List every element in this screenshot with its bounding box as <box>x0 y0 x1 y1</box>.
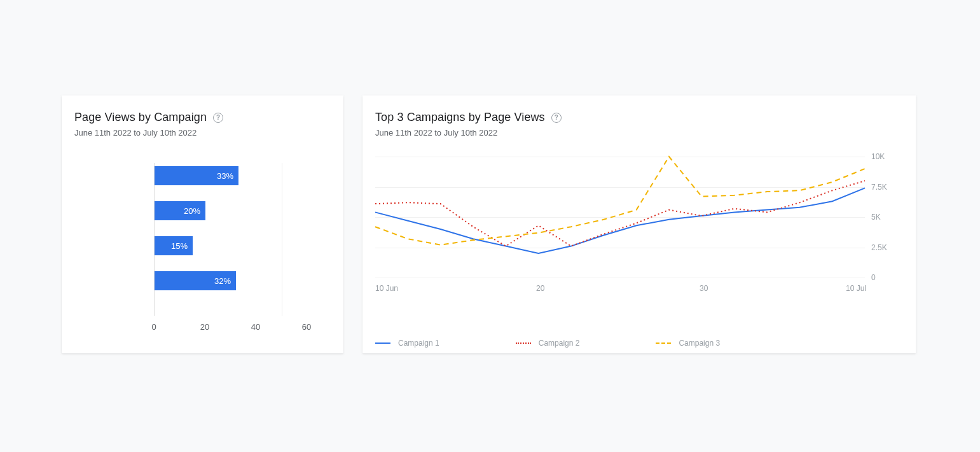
legend-item-c3: Campaign 3 <box>656 339 720 348</box>
bar-rect-1: 20% <box>155 201 205 220</box>
bar-rect-3: 32% <box>155 271 236 290</box>
top-campaigns-card: Top 3 Campaigns by Page Views ? June 11t… <box>362 95 916 353</box>
legend-item-c2: Campaign 2 <box>516 339 580 348</box>
bar-x-axis: 0 20 40 60 <box>154 322 319 335</box>
bar-rect-2: 15% <box>155 236 193 255</box>
bar-card-title: Page Views by Campaign <box>74 111 207 124</box>
bar-chart: Campaign 1 33% Campaign 2 20% Campaign 3… <box>74 163 331 328</box>
help-icon[interactable]: ? <box>551 113 562 123</box>
page-views-by-campaign-card: Page Views by Campaign ? June 11th 2022 … <box>62 95 343 353</box>
line-legend: Campaign 1 Campaign 2 Campaign 3 <box>375 339 720 348</box>
line-card-title: Top 3 Campaigns by Page Views <box>375 111 545 124</box>
bar-card-subtitle: June 11th 2022 to July 10th 2022 <box>74 128 331 138</box>
line-series-campaign-2 <box>375 181 865 246</box>
legend-item-c1: Campaign 1 <box>375 339 439 348</box>
line-chart: 10K 7.5K 5K 2.5K 0 10 Jun 20 30 10 Jul C… <box>375 157 903 322</box>
bar-rect-0: 33% <box>155 166 238 185</box>
line-plot: 10K 7.5K 5K 2.5K 0 <box>375 157 865 278</box>
line-card-subtitle: June 11th 2022 to July 10th 2022 <box>375 128 903 138</box>
help-icon[interactable]: ? <box>213 113 223 123</box>
